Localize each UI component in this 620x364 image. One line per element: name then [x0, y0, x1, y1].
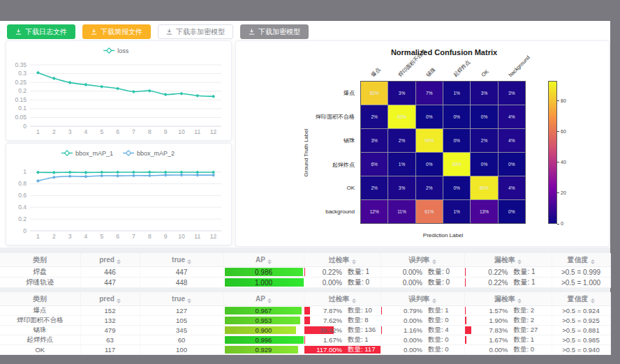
sort-icon[interactable] [432, 259, 436, 264]
ap-cell: 0.929 [223, 345, 304, 355]
column-header[interactable]: true [140, 292, 223, 306]
matrix-column-label: OK [480, 68, 489, 78]
sort-icon[interactable] [352, 259, 356, 264]
svg-text:12: 12 [210, 233, 217, 240]
overkill-rate-cell: 7.62%数量: 8 [304, 316, 381, 326]
defect-metrics-table: 类别predtrueAP过检率误判率漏检率置信度 爆点1521270.9677.… [0, 292, 611, 355]
column-header[interactable]: 过检率 [304, 253, 381, 267]
matrix-row-label: background [236, 208, 355, 215]
sort-icon[interactable] [267, 298, 272, 303]
matrix-cell: 93% [443, 153, 470, 176]
colorbar-tick [557, 100, 559, 101]
download-unencrypted-model-button[interactable]: 下载非加密模型 [158, 24, 233, 39]
download-report-button[interactable]: 下载简报文件 [82, 24, 151, 39]
colorbar-tick [557, 224, 559, 225]
matrix-cell: 0% [443, 176, 470, 199]
legend-item-bbox_mAP_1[interactable]: bbox_mAP_1 [61, 150, 113, 157]
confusion-matrix-title: Normalized Confusion Matrix [339, 48, 549, 56]
sort-icon[interactable] [187, 259, 191, 264]
svg-text:0.25: 0.25 [15, 79, 27, 86]
ap-cell: 1.000 [223, 278, 304, 288]
matrix-cell: 2% [471, 129, 497, 152]
pred-count-cell: 479 [80, 326, 140, 335]
column-header[interactable]: 漏检率 [464, 253, 552, 267]
column-header[interactable]: pred [80, 253, 140, 267]
sort-icon[interactable] [117, 259, 121, 264]
true-count-cell: 447 [140, 267, 223, 278]
svg-text:0: 0 [23, 227, 27, 234]
svg-text:4: 4 [84, 128, 88, 135]
sort-icon[interactable] [591, 259, 595, 264]
download-icon [15, 29, 22, 35]
misjudge-rate-cell: 0.00%数量: 0 [381, 345, 464, 355]
download-encrypted-model-button[interactable]: 下载加密模型 [240, 24, 309, 39]
svg-text:8: 8 [148, 233, 152, 240]
loss-chart: 00.050.10.150.20.250.30.3512345678910111… [6, 41, 231, 140]
svg-text:0.05: 0.05 [15, 114, 27, 121]
sort-icon[interactable] [187, 298, 191, 303]
table-row: 焊缝轨迹4474481.0000.00%数量: 00.00%数量: 00.22%… [0, 278, 610, 288]
sort-icon[interactable] [352, 298, 356, 303]
svg-text:5: 5 [100, 233, 103, 240]
matrix-cell: 0% [416, 153, 443, 176]
svg-text:2: 2 [52, 233, 56, 240]
true-count-cell: 105 [140, 316, 223, 326]
pred-count-cell: 117 [80, 345, 140, 355]
ap-cell: 0.900 [223, 326, 304, 335]
confidence-cell: >0.5 = 0.940 [552, 345, 610, 355]
svg-text:4: 4 [84, 233, 88, 240]
class-name-cell: 焊缝轨迹 [0, 278, 80, 288]
svg-text:7: 7 [132, 128, 135, 135]
sort-icon[interactable] [267, 259, 272, 264]
table-row: 爆点1521270.9677.87%数量: 100.79%数量: 11.57%数… [0, 306, 610, 316]
legend-item-bbox_mAP_2[interactable]: bbox_mAP_2 [123, 150, 175, 157]
page-content: 下载日志文件 下载简报文件 下载非加密模型 下载加密模型 00.050.10.1… [0, 21, 610, 347]
column-header[interactable]: 置信度 [552, 292, 610, 306]
table-body: 焊盘4464470.9860.22%数量: 10.00%数量: 00.22%数量… [0, 267, 610, 288]
column-header[interactable]: pred [80, 292, 140, 306]
sort-icon[interactable] [517, 259, 522, 264]
true-count-cell: 100 [140, 345, 223, 355]
column-header[interactable]: true [140, 253, 223, 267]
download-log-button[interactable]: 下载日志文件 [7, 24, 75, 39]
column-header[interactable]: AP [223, 253, 304, 267]
svg-text:0.35: 0.35 [15, 61, 27, 68]
column-header[interactable]: 误判率 [381, 253, 464, 267]
sort-icon[interactable] [517, 298, 522, 303]
table-row: 锡珠4793450.90039.42%数量: 1361.16%数量: 47.83… [0, 326, 610, 335]
column-header[interactable]: 置信度 [552, 253, 610, 267]
matrix-column-label: 起焊炸点 [452, 59, 472, 78]
ap-cell: 0.967 [223, 306, 304, 316]
svg-text:1: 1 [36, 233, 40, 240]
svg-text:bbox_mAP_2: bbox_mAP_2 [137, 150, 175, 157]
colorbar-tick [557, 162, 559, 162]
matrix-row-label: OK [236, 185, 355, 191]
column-header[interactable]: AP [223, 292, 304, 306]
miss-rate-cell: 0.22%数量: 1 [464, 278, 552, 288]
column-header[interactable]: 过检率 [304, 292, 381, 306]
legend-item-loss[interactable]: loss [103, 47, 129, 54]
svg-text:11: 11 [194, 233, 200, 240]
miss-rate-cell: 7.83%数量: 27 [464, 326, 552, 335]
colorbar-tick-label: 40 [561, 160, 566, 165]
sort-icon[interactable] [117, 298, 121, 303]
matrix-row-label: 起焊炸点 [236, 161, 355, 169]
matrix-cell: 4% [499, 129, 525, 152]
sort-icon[interactable] [432, 298, 436, 303]
confusion-matrix-colorbar [548, 81, 557, 224]
svg-text:0.6: 0.6 [18, 192, 27, 199]
download-icon [166, 29, 172, 35]
class-name-cell: 锡珠 [0, 326, 80, 335]
table-row: 焊印面积不合格1321050.9537.62%数量: 80.00%数量: 01.… [0, 316, 610, 326]
confidence-cell: >0.5 = 0.881 [552, 326, 610, 335]
svg-text:10: 10 [178, 233, 185, 240]
column-header[interactable]: 误判率 [381, 292, 464, 306]
svg-text:9: 9 [164, 128, 168, 135]
confidence-cell: >0.5 = 1.000 [552, 278, 610, 288]
svg-text:8: 8 [148, 128, 152, 135]
sort-icon[interactable] [591, 298, 595, 303]
column-header[interactable]: 漏检率 [464, 292, 552, 306]
colorbar-tick-label: 20 [561, 190, 566, 195]
matrix-cell: 0% [499, 153, 525, 176]
overkill-rate-cell: 0.22%数量: 1 [304, 267, 381, 278]
